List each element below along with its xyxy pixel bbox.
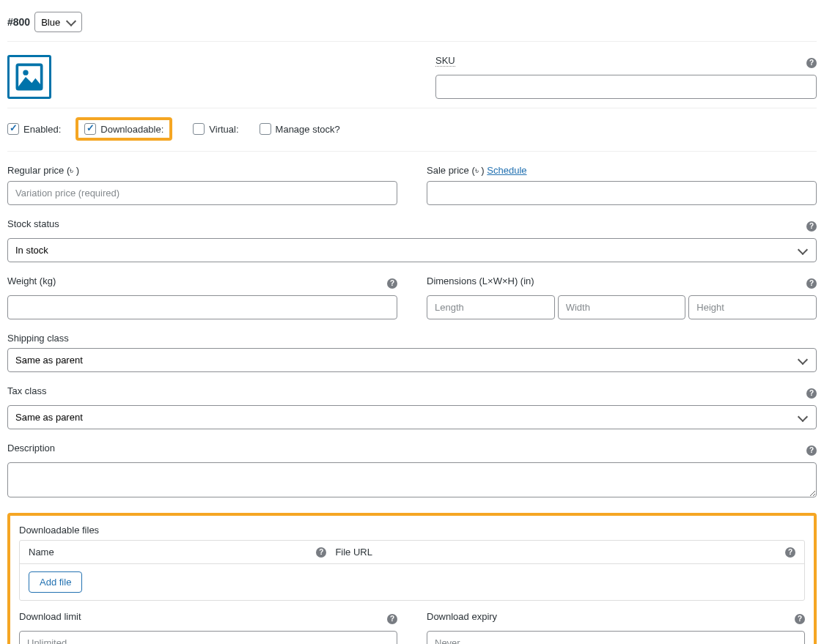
manage-stock-checkbox[interactable] <box>260 123 271 135</box>
help-icon[interactable]: ? <box>387 278 397 289</box>
download-expiry-label: Download expiry <box>427 611 497 622</box>
help-icon[interactable]: ? <box>316 547 326 558</box>
files-table-header: Name ? File URL ? <box>20 541 804 564</box>
downloadable-section-highlight: Downloadable files Name ? File URL ? Add… <box>7 513 817 644</box>
help-icon[interactable]: ? <box>795 614 805 624</box>
width-input[interactable] <box>558 295 686 319</box>
tax-class-label: Tax class <box>7 385 46 396</box>
variation-body: SKU ? Enabled: Downloadable: Virtual: Ma… <box>7 42 817 644</box>
variation-image-upload[interactable] <box>7 55 51 99</box>
sale-price-label: Sale price (৳ ) Schedule <box>427 165 817 177</box>
add-file-button[interactable]: Add file <box>29 571 82 593</box>
download-limit-label: Download limit <box>19 611 81 622</box>
downloadable-checkbox-item[interactable]: Downloadable: <box>84 123 163 135</box>
image-placeholder-icon <box>15 62 44 92</box>
tax-class-select[interactable]: Same as parent <box>7 405 817 429</box>
help-icon[interactable]: ? <box>806 388 817 399</box>
enabled-label: Enabled: <box>23 124 61 135</box>
regular-price-label: Regular price (৳ ) <box>7 165 397 177</box>
stock-status-label: Stock status <box>7 218 59 229</box>
description-textarea[interactable] <box>7 462 817 497</box>
help-icon[interactable]: ? <box>806 278 817 289</box>
enabled-checkbox[interactable] <box>7 123 19 135</box>
help-icon[interactable]: ? <box>806 221 817 232</box>
downloadable-label: Downloadable: <box>100 124 163 135</box>
manage-stock-label: Manage stock? <box>276 124 340 135</box>
sale-price-input[interactable] <box>427 181 817 205</box>
checkbox-row: Enabled: Downloadable: Virtual: Manage s… <box>7 108 817 152</box>
sku-label: SKU <box>435 55 455 66</box>
variation-id: #800 <box>7 16 30 28</box>
dimensions-label: Dimensions (L×W×H) (in) <box>427 275 534 286</box>
schedule-link[interactable]: Schedule <box>487 165 526 176</box>
help-icon[interactable]: ? <box>387 614 397 624</box>
help-icon[interactable]: ? <box>806 58 817 68</box>
weight-label: Weight (kg) <box>7 275 56 286</box>
enabled-checkbox-item[interactable]: Enabled: <box>7 123 61 135</box>
shipping-class-label: Shipping class <box>7 333 817 344</box>
attribute-select[interactable]: Blue <box>34 12 82 32</box>
help-icon[interactable]: ? <box>806 445 817 456</box>
description-label: Description <box>7 443 55 454</box>
height-input[interactable] <box>688 295 817 319</box>
downloadable-highlight: Downloadable: <box>76 117 172 141</box>
downloadable-checkbox[interactable] <box>84 123 96 135</box>
help-icon[interactable]: ? <box>785 547 795 558</box>
virtual-checkbox-item[interactable]: Virtual: <box>193 123 238 135</box>
svg-point-1 <box>23 70 28 75</box>
virtual-checkbox[interactable] <box>193 123 205 135</box>
manage-stock-checkbox-item[interactable]: Manage stock? <box>260 123 340 135</box>
virtual-label: Virtual: <box>209 124 238 135</box>
regular-price-input[interactable] <box>7 181 397 205</box>
download-expiry-input[interactable] <box>427 631 805 644</box>
sku-input[interactable] <box>435 75 817 99</box>
col-name-header: Name <box>29 547 54 558</box>
weight-input[interactable] <box>7 295 397 319</box>
download-limit-input[interactable] <box>19 631 397 644</box>
variation-header: #800 Blue <box>7 7 817 42</box>
downloadable-files-label: Downloadable files <box>19 525 805 536</box>
stock-status-select[interactable]: In stock <box>7 238 817 262</box>
shipping-class-select[interactable]: Same as parent <box>7 348 817 372</box>
files-table: Name ? File URL ? Add file <box>19 540 805 601</box>
col-url-header: File URL <box>335 547 372 558</box>
length-input[interactable] <box>427 295 555 319</box>
